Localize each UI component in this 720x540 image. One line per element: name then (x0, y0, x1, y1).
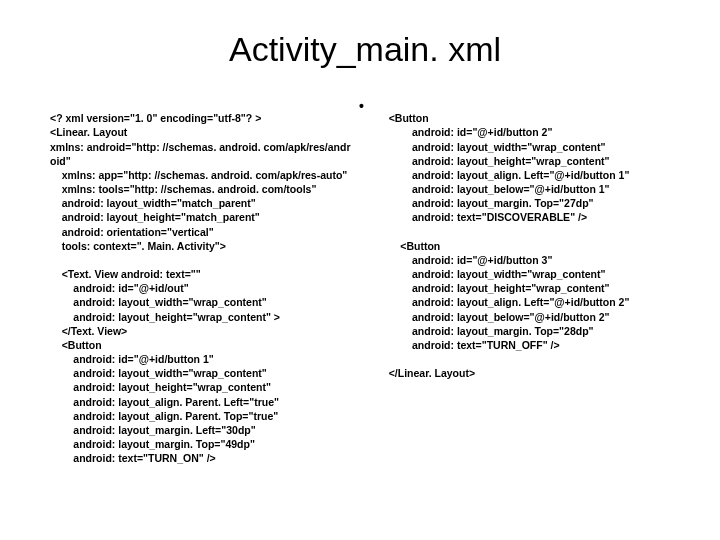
code-line: <? xml version="1. 0" encoding="utf-8"? … (50, 112, 261, 124)
code-line: xmlns: app="http: //schemas. android. co… (50, 169, 347, 181)
code-line: android: layout_margin. Top="27dp" (377, 197, 594, 209)
code-line: android: layout_width="wrap_content" (377, 268, 605, 280)
code-line: android: layout_width="match_parent" (50, 197, 256, 209)
code-line: android: text="DISCOVERABLE" /> (377, 211, 587, 223)
code-line: oid" (50, 155, 71, 167)
code-line: android: layout_below="@+id/button 2" (377, 311, 610, 323)
code-line: android: layout_align. Left="@+id/button… (377, 296, 629, 308)
code-line: android: layout_align. Parent. Left="tru… (50, 396, 279, 408)
code-line: android: layout_height="wrap_content" > (50, 311, 280, 323)
code-line: android: layout_height="match_parent" (50, 211, 260, 223)
code-line: android: text="TURN_OFF" /> (377, 339, 560, 351)
content-columns: <? xml version="1. 0" encoding="utf-8"? … (50, 97, 680, 480)
code-line: <Button (377, 112, 429, 124)
code-line: android: id="@+id/button 3" (377, 254, 552, 266)
code-line: android: layout_margin. Left="30dp" (50, 424, 256, 436)
code-line: android: layout_align. Parent. Top="true… (50, 410, 278, 422)
code-line: android: layout_width="wrap_content" (377, 141, 605, 153)
code-line: android: id="@+id/button 2" (377, 126, 552, 138)
code-line: </Text. View> (50, 325, 127, 337)
code-line: <Button (377, 240, 440, 252)
code-line: tools: context=". Main. Activity"> (50, 240, 226, 252)
code-line: <Linear. Layout (50, 126, 127, 138)
code-line: android: layout_margin. Top="28dp" (377, 325, 594, 337)
code-right-column: • <Button android: id="@+id/button 2" an… (377, 97, 680, 480)
code-line: android: layout_height="wrap_content" (377, 282, 610, 294)
code-left-column: <? xml version="1. 0" encoding="utf-8"? … (50, 97, 353, 480)
code-line: <Text. View android: text="" (50, 268, 201, 280)
slide-title: Activity_main. xml (50, 30, 680, 69)
code-line: android: id="@+id/out" (50, 282, 189, 294)
slide: Activity_main. xml <? xml version="1. 0"… (0, 0, 720, 540)
code-line: android: id="@+id/button 1" (50, 353, 214, 365)
code-line: android: layout_margin. Top="49dp" (50, 438, 255, 450)
code-line: android: layout_height="wrap_content" (377, 155, 610, 167)
code-line: android: layout_height="wrap_content" (50, 381, 271, 393)
code-line: android: text="TURN_ON" /> (50, 452, 216, 464)
code-line: android: orientation="vertical" (50, 226, 214, 238)
code-line: <Button (50, 339, 102, 351)
code-line: android: layout_width="wrap_content" (50, 367, 267, 379)
bullet-icon: • (359, 99, 364, 113)
code-line: android: layout_width="wrap_content" (50, 296, 267, 308)
code-line: xmlns: tools="http: //schemas. android. … (50, 183, 316, 195)
code-line: </Linear. Layout> (377, 367, 475, 379)
code-line: android: layout_below="@+id/button 1" (377, 183, 610, 195)
code-line: android: layout_align. Left="@+id/button… (377, 169, 629, 181)
code-line: xmlns: android="http: //schemas. android… (50, 141, 351, 153)
